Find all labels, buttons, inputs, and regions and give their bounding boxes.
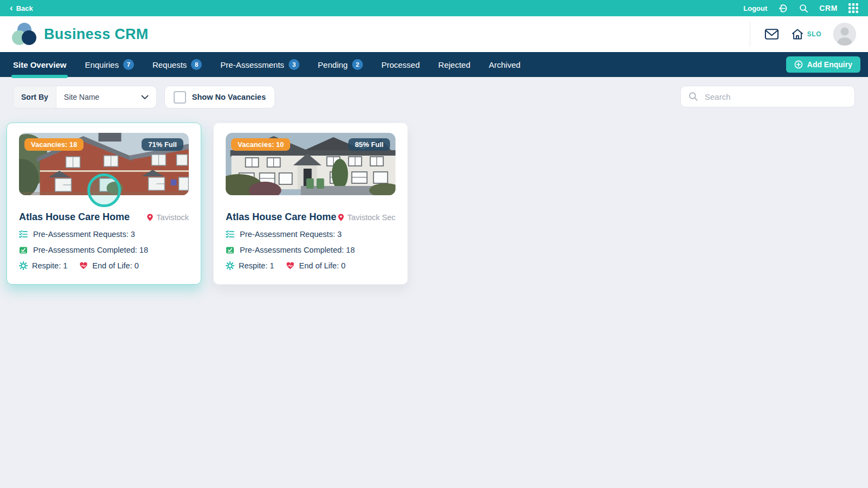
occupancy-badge: 85% Full [348,138,390,151]
back-button[interactable]: ‹ Back [10,4,33,12]
tab-archived[interactable]: Archived [489,52,520,77]
inbox-check-icon [19,246,28,254]
tab-pending[interactable]: Pending 2 [318,52,363,77]
inbox-check-icon [226,246,234,254]
tab-requests[interactable]: Requests 8 [152,52,202,77]
vacancies-badge: Vacancies: 10 [231,138,290,151]
sort-by-dropdown[interactable]: Sort By Site Name [13,86,157,108]
magnifier-icon [688,92,698,101]
site-photo: Vacancies: 10 85% Full [226,133,395,195]
site-name: Atlas House Care Home [226,211,336,223]
site-card[interactable]: Vacancies: 18 71% Full Atlas House Care … [7,123,201,285]
tab-label: Rejected [438,60,470,69]
add-enquiry-button[interactable]: Add Enquiry [786,56,860,73]
end-of-life-count: End of Life: 0 [92,261,138,270]
tab-site-overview[interactable]: Site Overview [13,52,66,77]
tab-label: Pre-Assessments [220,60,284,69]
respite-count: Respite: 1 [32,261,67,270]
sort-by-label: Sort By [14,86,56,108]
sort-by-value: Site Name [56,93,141,101]
add-enquiry-label: Add Enquiry [807,60,852,69]
plus-circle-icon [794,60,803,69]
main-nav: Site Overview Enquiries 7 Requests 8 Pre… [0,52,868,77]
app-logo [12,23,37,46]
search-icon[interactable] [799,4,808,13]
tab-count-badge: 8 [191,59,202,70]
chevron-down-icon [141,95,149,100]
logout-button[interactable]: Logout [743,4,767,12]
pre-assessment-requests: Pre-Assessment Requests: 3 [240,230,342,239]
occupancy-ring [87,174,121,207]
tab-label: Enquiries [85,60,119,69]
tab-count-badge: 2 [352,59,363,70]
search-input[interactable] [704,92,847,102]
back-chevron-icon: ‹ [10,3,13,12]
filter-bar: Sort By Site Name Show No Vacancies [0,77,868,108]
brand: Business CRM [12,23,149,46]
checklist-icon [19,230,28,239]
site-location: Tavistock [156,213,189,222]
return-circle-icon[interactable] [778,3,788,14]
tab-pre-assessments[interactable]: Pre-Assessments 3 [220,52,299,77]
tab-count-badge: 3 [289,59,299,70]
app-header: Business CRM SLO [0,16,868,52]
tab-label: Requests [152,60,187,69]
vacancies-badge: Vacancies: 18 [24,138,84,151]
tab-rejected[interactable]: Rejected [438,52,470,77]
site-photo: Vacancies: 18 71% Full [19,133,189,195]
heart-pulse-icon [79,262,88,270]
pre-assessments-completed: Pre-Assessments Completed: 18 [240,246,355,254]
show-no-vacancies-checkbox[interactable] [174,91,186,104]
end-of-life-count: End of Life: 0 [299,261,345,270]
tab-enquiries[interactable]: Enquiries 7 [85,52,134,77]
site-name: Atlas House Care Home [19,211,130,223]
site-selector[interactable]: SLO [791,28,821,40]
tab-label: Pending [318,60,348,69]
home-icon [791,28,804,40]
header-divider [750,22,750,47]
mail-icon[interactable] [764,28,779,40]
tab-label: Archived [489,60,520,69]
gear-icon [19,261,28,270]
avatar[interactable] [833,23,856,46]
show-no-vacancies-label: Show No Vacancies [192,93,266,101]
pre-assessment-requests: Pre-Assessment Requests: 3 [33,230,135,239]
tab-label: Processed [381,60,420,69]
location-pin-icon [146,213,154,222]
tab-count-badge: 7 [123,59,134,70]
checklist-icon [226,230,234,239]
tab-processed[interactable]: Processed [381,52,420,77]
tab-label: Site Overview [13,60,66,69]
search-box [680,86,855,107]
site-code-label: SLO [807,30,821,38]
site-location: Tavistock Sec [347,213,395,222]
show-no-vacancies-control: Show No Vacancies [164,86,275,108]
occupancy-badge: 71% Full [142,138,183,151]
site-card[interactable]: Vacancies: 10 85% Full Atlas House Care … [213,123,408,285]
crm-label: CRM [819,4,838,12]
respite-count: Respite: 1 [239,261,274,270]
apps-grid-icon[interactable] [848,3,858,13]
site-cards-grid: Vacancies: 18 71% Full Atlas House Care … [0,108,868,285]
page-title: Business CRM [44,26,149,43]
heart-pulse-icon [286,262,295,270]
top-utility-bar: ‹ Back Logout CRM [0,0,868,16]
back-label: Back [16,4,33,12]
gear-icon [226,261,234,270]
pre-assessments-completed: Pre-Assessments Completed: 18 [33,246,148,254]
location-pin-icon [337,213,345,222]
